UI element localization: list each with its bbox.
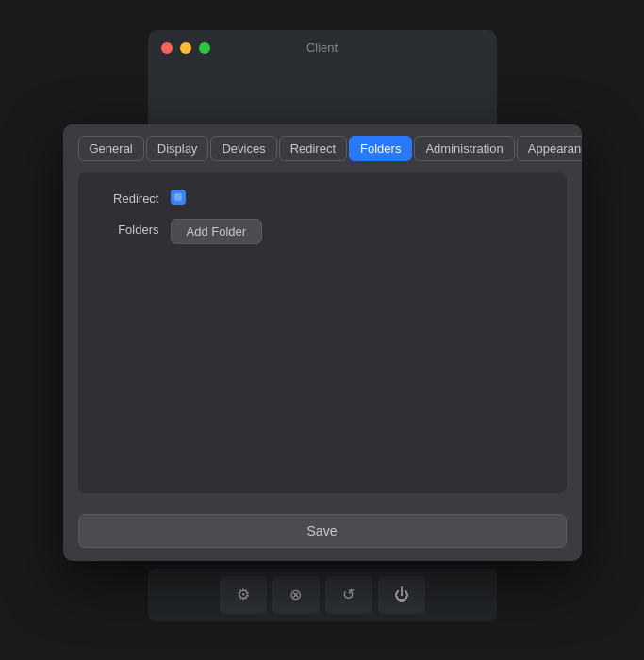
redirect-label: Redirect: [93, 188, 159, 206]
settings-dialog: General Display Devices Redirect Folders…: [63, 124, 582, 561]
close-icon: ⊗: [289, 586, 302, 603]
tab-bar: General Display Devices Redirect Folders…: [63, 124, 582, 161]
redirect-row: Redirect: [93, 188, 552, 206]
power-icon: ⏻: [394, 586, 409, 603]
titlebar: Client: [148, 30, 497, 66]
redirect-checkbox[interactable]: [171, 190, 186, 205]
tab-appearance[interactable]: Appearance: [517, 136, 582, 161]
tab-display[interactable]: Display: [146, 136, 209, 161]
redirect-checkbox-wrapper: [171, 188, 186, 205]
close-session-button[interactable]: ⊗: [272, 576, 320, 614]
tab-folders[interactable]: Folders: [349, 136, 412, 161]
add-folder-button[interactable]: Add Folder: [171, 219, 263, 244]
power-button[interactable]: ⏻: [378, 576, 425, 614]
bottom-bar: ⚙ ⊗ ↺ ⏻: [148, 569, 497, 621]
refresh-button[interactable]: ↺: [325, 576, 372, 614]
save-button[interactable]: Save: [78, 514, 567, 548]
window-wrapper: Client General Display Devices Redirect …: [77, 30, 568, 631]
folders-row: Folders Add Folder: [93, 219, 552, 244]
window-title: Client: [161, 41, 484, 55]
dialog-footer: Save: [63, 504, 582, 561]
tab-administration[interactable]: Administration: [414, 136, 514, 161]
tab-general[interactable]: General: [78, 136, 144, 161]
tab-redirect[interactable]: Redirect: [279, 136, 347, 161]
tab-devices[interactable]: Devices: [210, 136, 276, 161]
gear-button[interactable]: ⚙: [220, 576, 267, 614]
folders-label: Folders: [93, 219, 159, 237]
dialog-body: Redirect Folders Add Folder: [78, 173, 567, 493]
refresh-icon: ↺: [342, 586, 355, 603]
gear-icon: ⚙: [237, 586, 250, 603]
